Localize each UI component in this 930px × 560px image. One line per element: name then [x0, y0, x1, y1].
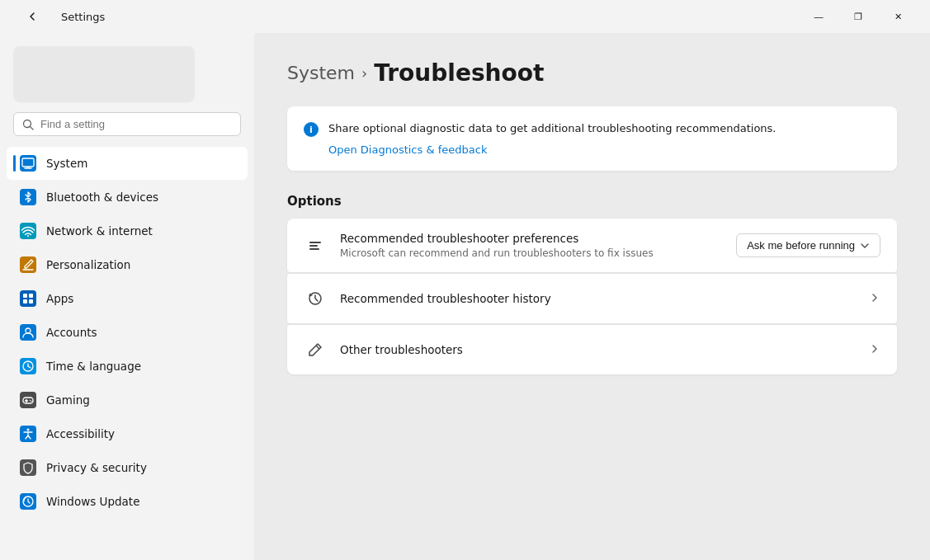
sidebar-header [0, 40, 254, 146]
svg-point-19 [31, 401, 31, 402]
svg-rect-24 [309, 245, 318, 247]
network-icon [20, 223, 36, 239]
svg-point-5 [27, 235, 29, 237]
option-troubleshooter-prefs[interactable]: Recommended troubleshooter preferencesMi… [287, 219, 897, 272]
sidebar-item-personalization[interactable]: Personalization [7, 248, 248, 281]
close-button[interactable]: ✕ [879, 3, 917, 30]
search-input[interactable] [40, 118, 232, 130]
svg-line-27 [316, 346, 319, 349]
sidebar-item-time[interactable]: Time & language [7, 350, 248, 383]
sidebar-label-network: Network & internet [46, 224, 153, 238]
sidebar-item-network[interactable]: Network & internet [7, 214, 248, 247]
svg-rect-15 [23, 398, 33, 403]
svg-point-20 [27, 429, 30, 431]
time-icon [20, 358, 36, 374]
svg-line-1 [31, 126, 34, 129]
troubleshooter-history-title: Recommended troubleshooter history [340, 292, 551, 305]
breadcrumb-current: Troubleshoot [374, 59, 544, 87]
avatar [13, 46, 195, 102]
personalization-icon [20, 256, 36, 273]
app-body: SystemBluetooth & devicesNetwork & inter… [0, 33, 930, 560]
info-icon: i [304, 122, 319, 137]
window-title: Settings [61, 11, 105, 23]
system-icon [20, 155, 36, 172]
svg-rect-9 [23, 299, 27, 304]
other-troubleshooters-chevron-icon [869, 343, 880, 357]
option-troubleshooter-history[interactable]: Recommended troubleshooter history [287, 274, 897, 323]
troubleshooter-prefs-subtitle: Microsoft can recommend and run troubles… [340, 247, 654, 259]
minimize-button[interactable]: — [800, 3, 838, 30]
sidebar-item-gaming[interactable]: Gaming [7, 384, 248, 416]
accounts-icon [20, 324, 36, 341]
info-banner: i Share optional diagnostic data to get … [287, 106, 897, 171]
update-icon [20, 493, 36, 510]
svg-point-18 [30, 400, 31, 401]
breadcrumb-separator: › [361, 64, 367, 82]
svg-rect-25 [309, 248, 319, 250]
nav-list: SystemBluetooth & devicesNetwork & inter… [0, 146, 254, 519]
troubleshooter-prefs-title: Recommended troubleshooter preferences [340, 232, 654, 245]
svg-rect-2 [22, 158, 34, 167]
bluetooth-icon [20, 189, 36, 205]
sidebar-item-apps[interactable]: Apps [7, 282, 248, 315]
svg-rect-7 [23, 294, 27, 298]
options-container: Recommended troubleshooter preferencesMi… [287, 219, 897, 374]
diagnostics-link[interactable]: Open Diagnostics & feedback [304, 144, 880, 156]
svg-rect-10 [29, 299, 33, 304]
other-troubleshooters-icon [304, 338, 327, 361]
troubleshooter-prefs-icon [304, 234, 327, 257]
option-other-troubleshooters[interactable]: Other troubleshooters [287, 325, 897, 374]
search-box[interactable] [13, 112, 241, 136]
gaming-icon [20, 392, 36, 408]
breadcrumb-parent: System [287, 63, 355, 83]
troubleshooter-prefs-dropdown[interactable]: Ask me before running [736, 233, 880, 257]
window-controls: — ❐ ✕ [800, 3, 917, 30]
svg-rect-23 [309, 242, 321, 243]
title-bar: Settings — ❐ ✕ [0, 0, 930, 33]
sidebar-item-bluetooth[interactable]: Bluetooth & devices [7, 181, 248, 214]
main-content: System › Troubleshoot i Share optional d… [254, 33, 930, 560]
other-troubleshooters-title: Other troubleshooters [340, 343, 463, 356]
sidebar-item-accessibility[interactable]: Accessibility [7, 417, 248, 450]
sidebar-label-system: System [46, 157, 87, 170]
apps-icon [20, 290, 36, 307]
troubleshooter-history-icon [304, 287, 327, 310]
sidebar-label-bluetooth: Bluetooth & devices [46, 191, 158, 204]
sidebar-label-privacy: Privacy & security [46, 461, 147, 474]
sidebar: SystemBluetooth & devicesNetwork & inter… [0, 33, 254, 560]
sidebar-item-system[interactable]: System [7, 147, 248, 180]
info-text: Share optional diagnostic data to get ad… [328, 121, 776, 136]
maximize-button[interactable]: ❐ [839, 3, 877, 30]
sidebar-label-apps: Apps [46, 292, 73, 305]
svg-point-11 [26, 328, 31, 333]
sidebar-item-privacy[interactable]: Privacy & security [7, 451, 248, 484]
sidebar-label-accounts: Accounts [46, 326, 97, 339]
breadcrumb: System › Troubleshoot [287, 59, 897, 87]
privacy-icon [20, 459, 36, 476]
sidebar-label-personalization: Personalization [46, 258, 130, 271]
troubleshooter-history-chevron-icon [869, 292, 880, 306]
sidebar-label-time: Time & language [46, 360, 141, 373]
accessibility-icon [20, 426, 36, 442]
svg-line-14 [28, 366, 31, 368]
options-heading: Options [287, 194, 897, 209]
sidebar-item-update[interactable]: Windows Update [7, 485, 248, 518]
info-banner-row: i Share optional diagnostic data to get … [304, 121, 880, 137]
sidebar-label-accessibility: Accessibility [46, 427, 115, 440]
sidebar-item-accounts[interactable]: Accounts [7, 316, 248, 349]
sidebar-label-update: Windows Update [46, 495, 139, 508]
search-icon [22, 119, 34, 130]
svg-rect-8 [29, 294, 33, 298]
back-button[interactable] [13, 3, 51, 30]
sidebar-label-gaming: Gaming [46, 393, 90, 407]
